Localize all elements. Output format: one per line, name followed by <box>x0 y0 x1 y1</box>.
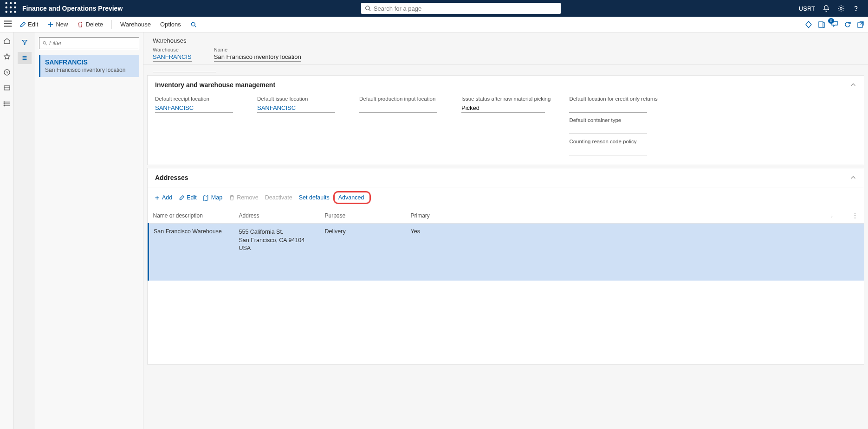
breadcrumb: Warehouses <box>153 37 859 44</box>
col-primary[interactable]: Primary <box>406 208 848 224</box>
svg-point-0 <box>5 2 7 4</box>
address-advanced-button[interactable]: Advanced <box>338 194 364 201</box>
svg-point-3 <box>5 6 7 9</box>
tab-warehouse-label: Warehouse <box>120 21 151 28</box>
svg-point-30 <box>4 105 5 106</box>
default-container-label: Default container type <box>569 117 657 123</box>
bell-icon[interactable] <box>823 5 830 12</box>
list-item[interactable]: SANFRANCIS San Francisco inventory locat… <box>39 55 139 77</box>
default-issue-input[interactable] <box>257 103 335 113</box>
tab-warehouse[interactable]: Warehouse <box>117 19 154 30</box>
addresses-toolbar: Add Edit Map Remove Deactivate <box>148 187 864 208</box>
address-set-defaults-button[interactable]: Set defaults <box>299 194 330 201</box>
company-code[interactable]: USRT <box>799 5 815 12</box>
action-bar: Edit New Delete Warehouse Options 0 <box>0 17 868 32</box>
app-title: Finance and Operations Preview <box>22 5 123 12</box>
col-menu[interactable]: ⋮ <box>847 208 864 224</box>
filter-toggle[interactable] <box>18 36 32 48</box>
table-row-spacer <box>149 257 864 281</box>
default-prod-label: Default production input location <box>359 96 443 102</box>
address-add-button[interactable]: Add <box>154 194 172 201</box>
col-name[interactable]: Name or description <box>149 208 234 224</box>
modules-icon[interactable] <box>3 100 11 108</box>
edit-button[interactable]: Edit <box>17 19 41 30</box>
gear-icon[interactable] <box>837 5 845 12</box>
search-input[interactable] <box>374 5 557 12</box>
default-container-input[interactable] <box>569 125 647 134</box>
messages-button[interactable]: 0 <box>831 20 838 29</box>
warehouse-field-label: Warehouse <box>153 47 192 52</box>
address-set-defaults-label: Set defaults <box>299 194 330 201</box>
cell-name: San Francisco Warehouse <box>149 224 234 257</box>
default-prod-input[interactable] <box>359 103 437 113</box>
filter-input[interactable] <box>49 40 136 46</box>
addresses-card-title: Addresses <box>155 174 188 181</box>
address-edit-button[interactable]: Edit <box>179 194 197 201</box>
list-panel: SANFRANCIS San Francisco inventory locat… <box>35 32 143 429</box>
col-purpose[interactable]: Purpose <box>320 208 406 224</box>
list-rail <box>14 32 35 429</box>
workspace-icon[interactable] <box>3 84 11 92</box>
warehouse-field-value[interactable]: SANFRANCIS <box>153 52 192 62</box>
svg-line-19 <box>194 26 196 27</box>
app-launcher-icon[interactable] <box>4 0 18 16</box>
issue-status-input[interactable] <box>461 103 545 113</box>
address-remove-label: Remove <box>237 194 259 201</box>
top-right-actions: USRT <box>799 5 864 12</box>
new-button[interactable]: New <box>45 19 71 30</box>
main-area: SANFRANCIS San Francisco inventory locat… <box>0 32 868 429</box>
action-search-button[interactable] <box>188 19 200 30</box>
name-field-value[interactable]: San Francisco inventory location <box>214 52 301 62</box>
addresses-card-header[interactable]: Addresses <box>148 168 864 187</box>
home-icon[interactable] <box>3 37 11 45</box>
chevron-up-icon <box>850 174 856 181</box>
trash-icon <box>229 195 235 201</box>
map-icon <box>203 195 209 201</box>
addresses-table: Name or description Address Purpose Prim… <box>148 208 864 281</box>
svg-point-11 <box>840 7 842 9</box>
action-right-group: 0 <box>805 20 864 29</box>
name-field-label: Name <box>214 47 301 52</box>
attachment-icon[interactable] <box>805 21 812 28</box>
default-receipt-input[interactable] <box>155 103 233 113</box>
table-row[interactable]: San Francisco Warehouse 555 California S… <box>149 224 864 257</box>
tab-options[interactable]: Options <box>157 19 184 30</box>
address-deactivate-label: Deactivate <box>265 194 292 201</box>
content-header: Warehouses Warehouse SANFRANCIS Name San… <box>143 32 868 65</box>
address-deactivate-button: Deactivate <box>265 194 292 201</box>
default-credit-input[interactable] <box>569 103 647 113</box>
svg-point-5 <box>14 6 16 9</box>
messages-count: 0 <box>828 18 834 24</box>
col-address[interactable]: Address <box>234 208 320 224</box>
counting-label: Counting reason code policy <box>569 139 657 144</box>
address-add-label: Add <box>162 194 172 201</box>
chevron-up-icon <box>850 82 856 88</box>
svg-point-8 <box>14 11 16 13</box>
default-issue-label: Default issue location <box>257 96 341 102</box>
nav-rail <box>0 32 14 429</box>
delete-button[interactable]: Delete <box>74 19 106 30</box>
recent-icon[interactable] <box>3 69 11 76</box>
global-search[interactable] <box>361 3 561 14</box>
plus-icon <box>154 195 160 201</box>
edit-label: Edit <box>28 21 38 28</box>
help-icon[interactable] <box>852 5 860 12</box>
svg-point-28 <box>4 102 5 102</box>
star-icon[interactable] <box>3 53 11 60</box>
list-toggle[interactable] <box>18 52 32 64</box>
inventory-card-header[interactable]: Inventory and warehouse management <box>148 76 864 94</box>
list-filter[interactable] <box>39 37 139 49</box>
hamburger-icon[interactable] <box>3 19 13 31</box>
office-icon[interactable] <box>818 21 825 28</box>
cell-primary: Yes <box>406 224 848 257</box>
more-icon: ⋮ <box>852 212 858 219</box>
cell-purpose: Delivery <box>320 224 406 257</box>
popout-icon[interactable] <box>857 21 864 28</box>
delete-label: Delete <box>85 21 103 28</box>
counting-input[interactable] <box>569 146 647 155</box>
default-credit-label: Default location for credit only returns <box>569 96 657 102</box>
pencil-icon <box>179 195 185 201</box>
filter-search-icon <box>42 40 47 46</box>
address-map-button[interactable]: Map <box>203 194 222 201</box>
refresh-icon[interactable] <box>844 21 851 28</box>
